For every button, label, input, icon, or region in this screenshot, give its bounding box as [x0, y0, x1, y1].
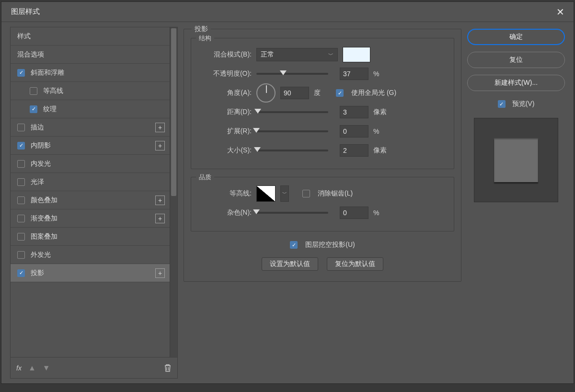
quality-group: 品质 等高线: ﹀ 消除锯齿(L) 杂色(N): 0 %	[191, 177, 454, 231]
preview-checkbox[interactable]	[498, 100, 506, 108]
style-checkbox[interactable]	[17, 124, 25, 131]
global-light-label: 使用全局光 (G)	[351, 89, 396, 97]
size-slider[interactable]	[256, 150, 328, 151]
style-label: 图案叠加	[31, 232, 165, 241]
sidebar-footer: fx ▲ ▼	[11, 357, 177, 378]
opacity-label: 不透明度(O):	[198, 69, 252, 78]
blend-mode-dropdown[interactable]: 正常 ﹀	[256, 48, 338, 61]
move-down-icon[interactable]: ▼	[43, 364, 50, 372]
style-checkbox[interactable]	[17, 69, 25, 77]
sidebar-item-5[interactable]: 内发光	[11, 155, 170, 173]
style-label: 描边	[31, 123, 155, 132]
fx-menu[interactable]: fx	[16, 364, 22, 372]
angle-dial[interactable]	[256, 83, 276, 103]
antialias-checkbox[interactable]	[302, 190, 310, 197]
size-input[interactable]: 2	[340, 144, 368, 157]
sidebar-item-blend-options[interactable]: 混合选项	[11, 46, 170, 64]
preview-swatch	[494, 138, 538, 182]
spread-label: 扩展(R):	[198, 127, 252, 136]
cancel-button[interactable]: 复位	[467, 52, 565, 68]
style-checkbox[interactable]	[17, 196, 25, 204]
style-label: 内发光	[31, 160, 165, 168]
preview-label: 预览(V)	[512, 100, 535, 108]
style-label: 投影	[31, 269, 155, 277]
style-label: 颜色叠加	[31, 196, 155, 205]
sidebar-item-11[interactable]: 投影+	[11, 264, 170, 282]
style-list: 样式 混合选项 斜面和浮雕等高线纹理描边+内阴影+内发光光泽颜色叠加+渐变叠加+…	[11, 27, 170, 357]
blend-mode-label: 混合模式(B):	[198, 50, 252, 59]
distance-input[interactable]: 3	[340, 106, 368, 118]
style-checkbox[interactable]	[17, 269, 25, 277]
plus-icon[interactable]: +	[155, 268, 165, 278]
style-checkbox[interactable]	[30, 87, 37, 95]
move-up-icon[interactable]: ▲	[28, 364, 36, 372]
style-checkbox[interactable]	[17, 215, 25, 222]
style-checkbox[interactable]	[17, 233, 25, 241]
shadow-color-swatch[interactable]	[343, 47, 370, 62]
styles-sidebar: 样式 混合选项 斜面和浮雕等高线纹理描边+内阴影+内发光光泽颜色叠加+渐变叠加+…	[10, 27, 178, 379]
noise-label: 杂色(N):	[198, 208, 252, 217]
style-checkbox[interactable]	[17, 178, 25, 186]
sidebar-scrollbar[interactable]	[170, 27, 177, 357]
style-label: 等高线	[43, 87, 165, 95]
opacity-input[interactable]: 37	[340, 68, 368, 80]
opacity-slider[interactable]	[256, 73, 328, 75]
titlebar: 图层样式 ✕	[1, 2, 574, 22]
plus-icon[interactable]: +	[155, 196, 165, 205]
sidebar-item-9[interactable]: 图案叠加	[11, 228, 170, 246]
noise-input[interactable]: 0	[340, 207, 368, 219]
plus-icon[interactable]: +	[155, 214, 165, 223]
dialog-title: 图层样式	[11, 7, 40, 16]
spread-input[interactable]: 0	[340, 125, 368, 138]
spread-slider[interactable]	[256, 130, 328, 132]
panel-title: 投影	[192, 25, 211, 34]
ok-button[interactable]: 确定	[467, 29, 565, 45]
sidebar-item-3[interactable]: 描边+	[11, 118, 170, 137]
trash-icon[interactable]	[164, 364, 172, 372]
reset-default-button[interactable]: 复位为默认值	[327, 257, 383, 271]
new-style-button[interactable]: 新建样式(W)...	[467, 75, 565, 91]
sidebar-item-0[interactable]: 斜面和浮雕	[11, 64, 170, 82]
plus-icon[interactable]: +	[155, 123, 165, 132]
distance-label: 距离(D):	[198, 108, 252, 116]
quality-legend: 品质	[196, 173, 214, 182]
style-label: 光泽	[31, 178, 165, 186]
knockout-checkbox[interactable]	[290, 241, 298, 249]
main-panel: 投影 结构 混合模式(B): 正常 ﹀ 不透明度(O):	[184, 27, 461, 379]
style-checkbox[interactable]	[30, 105, 37, 113]
contour-dropdown[interactable]: ﹀	[280, 185, 289, 202]
plus-icon[interactable]: +	[155, 141, 165, 150]
sidebar-item-1[interactable]: 等高线	[11, 82, 170, 100]
sidebar-item-8[interactable]: 渐变叠加+	[11, 209, 170, 228]
style-checkbox[interactable]	[17, 160, 25, 168]
right-column: 确定 复位 新建样式(W)... 预览(V)	[467, 27, 565, 379]
style-checkbox[interactable]	[17, 251, 25, 259]
style-label: 纹理	[43, 105, 165, 114]
sidebar-header-styles[interactable]: 样式	[11, 27, 170, 46]
layer-style-dialog: 图层样式 ✕ 样式 混合选项 斜面和浮雕等高线纹理描边+内阴影+内发光光泽颜色叠…	[1, 1, 574, 384]
angle-input[interactable]: 90	[280, 87, 309, 99]
sidebar-item-6[interactable]: 光泽	[11, 173, 170, 191]
noise-slider[interactable]	[256, 212, 328, 214]
style-label: 斜面和浮雕	[31, 69, 165, 77]
sidebar-item-4[interactable]: 内阴影+	[11, 137, 170, 155]
angle-label: 角度(A):	[198, 89, 252, 97]
make-default-button[interactable]: 设置为默认值	[262, 257, 318, 271]
global-light-checkbox[interactable]	[336, 89, 344, 97]
close-button[interactable]: ✕	[552, 4, 568, 20]
sidebar-item-7[interactable]: 颜色叠加+	[11, 191, 170, 209]
preview-box	[474, 118, 558, 202]
sidebar-item-2[interactable]: 纹理	[11, 100, 170, 118]
distance-slider[interactable]	[256, 111, 328, 113]
style-checkbox[interactable]	[17, 142, 25, 150]
style-label: 渐变叠加	[31, 214, 155, 223]
size-label: 大小(S):	[198, 146, 252, 155]
contour-label: 等高线:	[198, 189, 252, 198]
drop-shadow-panel: 投影 结构 混合模式(B): 正常 ﹀ 不透明度(O):	[184, 29, 461, 282]
scrollbar-thumb[interactable]	[171, 28, 176, 196]
structure-legend: 结构	[196, 34, 214, 43]
antialias-label: 消除锯齿(L)	[318, 189, 353, 198]
contour-swatch[interactable]	[256, 185, 276, 202]
sidebar-item-10[interactable]: 外发光	[11, 246, 170, 264]
style-label: 内阴影	[31, 141, 155, 150]
